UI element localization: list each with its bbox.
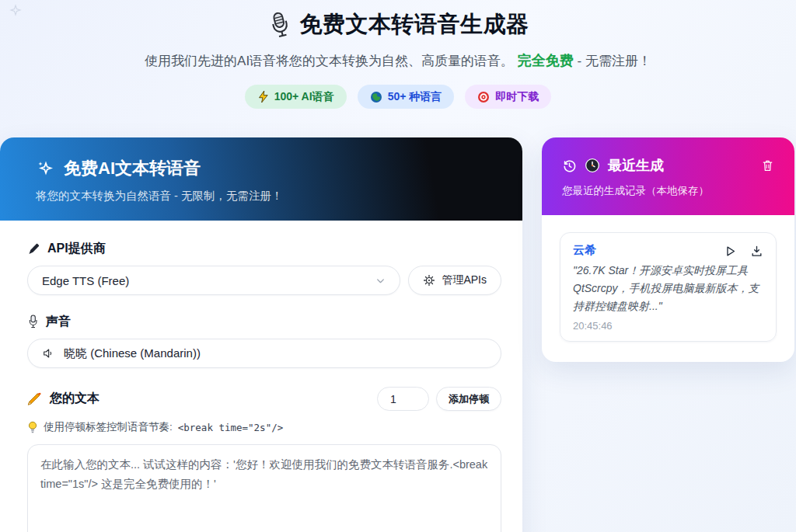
history-item-text: "26.7K Star！开源安卓实时投屏工具 QtScrcpy，手机投屏电脑最新…	[573, 262, 763, 315]
download-icon	[750, 245, 763, 258]
recent-generations-card: 最近生成 您最近的生成记录（本地保存） 云希	[542, 137, 794, 362]
history-item-time: 20:45:46	[573, 320, 763, 332]
generator-header: 免费AI文本转语音 将您的文本转换为自然语音 - 无限制，无需注册！	[0, 137, 522, 221]
api-provider-select[interactable]: Edge TTS (Free)	[27, 266, 400, 295]
play-icon	[724, 245, 737, 258]
free-highlight: 完全免费	[518, 53, 574, 68]
voice-label: 声音	[27, 314, 501, 330]
main-content: 免费AI文本转语音 将您的文本转换为自然语音 - 无限制，无需注册！ API提供…	[0, 137, 796, 532]
sparkles-icon	[36, 159, 54, 178]
trash-icon	[761, 158, 774, 172]
page-header: 免费文本转语音生成器 使用我们先进的AI语音将您的文本转换为自然、高质量的语音。…	[0, 0, 796, 109]
recent-header: 最近生成 您最近的生成记录（本地保存）	[542, 137, 794, 215]
text-section: 您的文本 添加停顿 使用停顿标签控制语音节奏: <break time="2s"…	[27, 387, 501, 532]
your-text-label: 您的文本	[27, 391, 100, 407]
clock-icon	[585, 158, 600, 173]
generator-title: 免费AI文本转语音	[36, 157, 502, 180]
chevron-down-icon	[375, 276, 386, 286]
manage-apis-button[interactable]: 管理APIs	[408, 266, 501, 295]
writing-hand-icon	[27, 392, 43, 406]
recent-title: 最近生成	[562, 156, 664, 175]
voice-select[interactable]: 晓晓 (Chinese (Mandarin))	[27, 339, 501, 368]
speaker-icon	[42, 347, 54, 360]
play-button[interactable]	[724, 245, 737, 258]
badge-instant-download: 即时下载	[465, 85, 551, 109]
break-tag-example: <break time="2s"/>	[178, 422, 283, 433]
tts-generator-card: 免费AI文本转语音 将您的文本转换为自然语音 - 无限制，无需注册！ API提供…	[0, 137, 522, 532]
download-button[interactable]	[750, 245, 763, 258]
history-item[interactable]: 云希 "26.7K Star！开源安卓实时投屏工具 QtScrcpy，手机投屏电…	[560, 232, 777, 342]
lightbulb-icon	[27, 421, 38, 434]
badge-languages: 50+ 种语言	[358, 85, 455, 109]
generator-body: API提供商 Edge TTS (Free) 管理APIs 声音	[0, 221, 522, 532]
recent-list: 云希 "26.7K Star！开源安卓实时投屏工具 QtScrcpy，手机投屏电…	[542, 215, 794, 362]
api-provider-label: API提供商	[27, 241, 501, 257]
pause-duration-input[interactable]	[377, 387, 429, 411]
history-voice-name: 云希	[573, 243, 596, 258]
pause-tip: 使用停顿标签控制语音节奏: <break time="2s"/>	[27, 420, 501, 434]
microphone-icon	[267, 12, 291, 38]
pen-icon	[27, 242, 40, 256]
text-input[interactable]	[27, 444, 501, 532]
history-icon	[562, 158, 577, 173]
page-title: 免费文本转语音生成器	[0, 9, 796, 40]
clear-history-button[interactable]	[759, 157, 776, 174]
recent-subtitle: 您最近的生成记录（本地保存）	[562, 184, 776, 198]
api-provider-section: API提供商 Edge TTS (Free) 管理APIs	[27, 241, 501, 295]
decor-sparkle-icon	[9, 4, 22, 16]
feature-badges: 100+ AI语音 50+ 种语言 即时下载	[0, 85, 796, 109]
page-subtitle: 使用我们先进的AI语音将您的文本转换为自然、高质量的语音。 完全免费 - 无需注…	[0, 51, 796, 70]
generator-subtitle: 将您的文本转换为自然语音 - 无限制，无需注册！	[36, 189, 502, 203]
gear-icon	[423, 274, 435, 287]
badge-ai-voices: 100+ AI语音	[245, 85, 347, 109]
globe-icon	[370, 91, 382, 103]
voice-section: 声音 晓晓 (Chinese (Mandarin))	[27, 314, 501, 368]
lightning-icon	[257, 90, 269, 103]
page-title-text: 免费文本转语音生成器	[300, 9, 529, 40]
target-icon	[477, 91, 490, 103]
pause-controls: 添加停顿	[377, 387, 501, 411]
mic-small-icon	[27, 315, 39, 329]
add-pause-button[interactable]: 添加停顿	[436, 387, 501, 411]
